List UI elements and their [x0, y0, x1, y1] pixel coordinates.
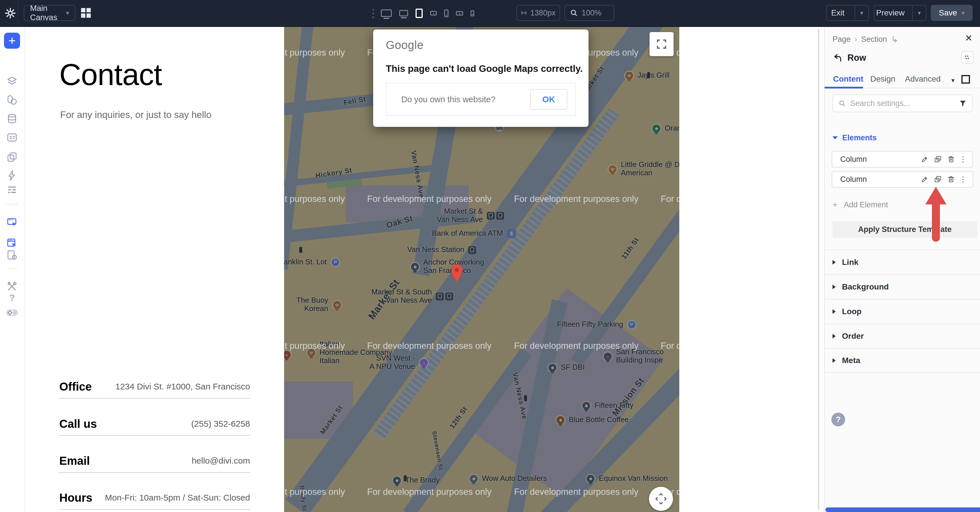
plus-icon: +	[832, 200, 838, 210]
help-button[interactable]: ?	[831, 413, 845, 426]
chevron-down-icon[interactable]: ▾	[962, 10, 964, 16]
device-phone-icon[interactable]	[444, 10, 449, 17]
sidebar-item-select-section[interactable]	[6, 237, 18, 250]
triangle-right-icon	[832, 260, 836, 265]
info-label: Email	[59, 455, 90, 467]
device-desktop-large-icon[interactable]	[381, 10, 392, 17]
edit-pencil-icon[interactable]	[920, 175, 929, 184]
duplicate-icon[interactable]	[934, 155, 942, 164]
sidebar-item-database[interactable]	[6, 113, 18, 125]
info-label: Call us	[59, 418, 97, 430]
sidebar-item-help[interactable]: ?	[6, 291, 18, 304]
exit-button[interactable]: Exit ▾	[826, 5, 869, 21]
zoom-control[interactable]: 100%	[565, 5, 614, 21]
dev-watermark-text: For development purposes only	[661, 341, 679, 351]
page-title: Contact	[59, 57, 162, 92]
filter-funnel-icon[interactable]	[959, 99, 967, 107]
settings-search[interactable]	[832, 94, 972, 112]
add-element-button[interactable]: + Add Element	[832, 200, 888, 210]
preview-button[interactable]: Preview ▾	[874, 5, 926, 21]
canvas-selector-dropdown[interactable]: Main Canvas ▾	[24, 5, 75, 21]
pan-arrows-icon	[655, 493, 667, 505]
dev-watermark-text: For development purposes only	[367, 341, 492, 351]
device-phone-small-icon[interactable]	[471, 10, 474, 16]
device-phone-landscape-icon[interactable]	[456, 11, 463, 16]
sidebar-item-layers[interactable]	[6, 75, 18, 87]
chevron-down-icon[interactable]: ▾	[913, 10, 926, 16]
back-arrow-icon[interactable]	[832, 53, 843, 63]
trash-icon[interactable]	[947, 175, 955, 184]
info-value: hello@divi.com	[192, 456, 250, 466]
sidebar-item-lightning[interactable]	[6, 169, 18, 182]
element-card-column[interactable]: Column ⋮	[832, 171, 973, 188]
chevron-down-icon[interactable]: ▾	[951, 77, 955, 84]
triangle-right-icon	[832, 334, 836, 339]
preview-square-icon[interactable]	[961, 75, 970, 84]
layout-grid-icon[interactable]	[81, 8, 91, 18]
google-maps-error-dialog: Google This page can't load Google Maps …	[373, 30, 589, 127]
responsive-device-switcher	[381, 0, 474, 26]
tab-design[interactable]: Design	[870, 75, 895, 84]
dev-watermark-text: For development purposes only	[367, 487, 492, 497]
panel-footer-bar	[826, 507, 980, 512]
sidebar-item-select-module[interactable]	[6, 216, 18, 229]
active-tab-underline	[824, 87, 863, 89]
canvas-width-control[interactable]: 1380px	[516, 5, 560, 21]
sidebar-item-form-fields[interactable]	[6, 131, 18, 144]
annotation-arrow-shaft	[932, 202, 940, 242]
device-tablet-icon[interactable]	[415, 9, 423, 18]
dev-watermark-text: For development purposes only	[284, 341, 345, 351]
accordion-meta[interactable]: Meta	[824, 348, 980, 373]
kebab-menu-icon[interactable]: ⋮	[959, 155, 967, 164]
close-icon[interactable]: ✕	[965, 33, 972, 43]
breadcrumb-page[interactable]: Page	[832, 35, 851, 44]
toolbar-kebab-icon[interactable]: ⋮	[368, 7, 379, 19]
dialog-message: This page can't load Google Maps correct…	[386, 63, 583, 74]
apply-structure-template-button[interactable]: Apply Structure Template	[832, 221, 977, 238]
row-layout-icon[interactable]	[961, 51, 974, 64]
sidebar-item-add-element[interactable]: +	[4, 33, 20, 49]
device-desktop-icon[interactable]	[399, 10, 408, 16]
triangle-right-icon	[832, 285, 836, 289]
chevron-down-icon[interactable]: ▾	[855, 10, 868, 16]
accordion-label: Order	[842, 332, 864, 341]
save-button[interactable]: Save ▾	[931, 5, 972, 21]
tab-content[interactable]: Content	[833, 75, 864, 84]
search-icon	[838, 99, 846, 107]
sidebar-item-design-presets[interactable]	[6, 94, 18, 106]
element-card-column[interactable]: Column ⋮	[832, 151, 973, 167]
breadcrumb-section[interactable]: Section	[861, 35, 887, 44]
sidebar-item-page-settings[interactable]	[6, 248, 18, 261]
search-input[interactable]	[850, 99, 955, 108]
map-pan-button[interactable]	[649, 487, 673, 511]
ok-button[interactable]: OK	[530, 89, 567, 110]
settings-gear-icon[interactable]	[4, 7, 17, 19]
accordion-order[interactable]: Order	[824, 324, 980, 348]
accordion-label: Loop	[842, 307, 861, 316]
tab-advanced[interactable]: Advanced	[905, 75, 941, 84]
sidebar-item-copy-page[interactable]	[6, 151, 18, 163]
device-tablet-landscape-icon[interactable]	[430, 11, 437, 16]
duplicate-icon[interactable]	[934, 175, 942, 184]
elements-section-header[interactable]: Elements	[832, 134, 877, 142]
kebab-menu-icon[interactable]: ⋮	[959, 175, 967, 184]
sidebar-divider	[6, 268, 18, 269]
accordion-link[interactable]: Link	[824, 250, 980, 274]
contact-info-row: HoursMon-Fri: 10am-5pm / Sat-Sun: Closed	[59, 486, 250, 510]
sidebar-item-builder-toggle[interactable]	[6, 306, 18, 319]
sidebar-item-tools[interactable]	[6, 280, 18, 293]
toolbar-divider	[18, 0, 18, 26]
canvas-scrollbar[interactable]	[818, 29, 819, 510]
google-map-module[interactable]: Fell StHickory StOak StFranklin StVan Ne…	[284, 26, 679, 512]
accordion-background[interactable]: Background	[824, 274, 980, 299]
save-label: Save	[939, 8, 957, 17]
element-title: Row	[847, 53, 866, 63]
edit-pencil-icon[interactable]	[920, 155, 929, 164]
map-fullscreen-button[interactable]	[649, 32, 674, 56]
trash-icon[interactable]	[947, 155, 955, 164]
element-card-label: Column	[840, 155, 916, 164]
accordion-loop[interactable]: Loop	[824, 299, 980, 324]
destination-pin[interactable]	[450, 262, 463, 286]
info-label: Hours	[59, 491, 92, 504]
sidebar-item-list-view[interactable]	[6, 184, 18, 196]
